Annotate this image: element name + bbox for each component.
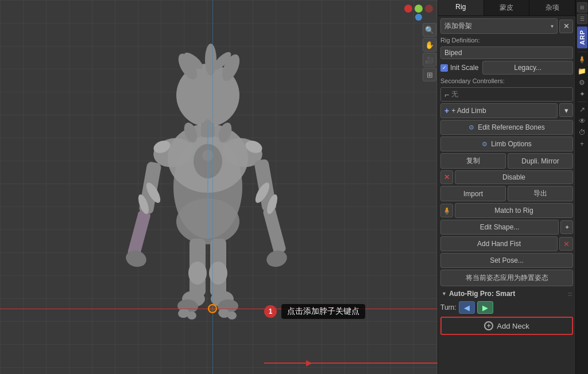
turn-right-button[interactable]: ▶ — [477, 301, 493, 314]
init-scale-label: Init Scale — [450, 64, 478, 72]
divider — [578, 52, 587, 52]
edge-icon-wand[interactable]: ✦ — [577, 89, 587, 99]
triangle-icon: ▼ — [442, 291, 447, 297]
guide-line-horizontal — [0, 309, 438, 309]
divider-2 — [578, 102, 587, 102]
add-hand-fist-button[interactable]: Add Hand Fist — [440, 236, 558, 251]
limb-options-icon: ⚙ — [482, 141, 488, 148]
rig-definition-label: Rig Definition: — [440, 36, 479, 45]
camera-tool[interactable]: 🎥 — [423, 53, 436, 67]
set-pose-button[interactable]: Set Pose... — [440, 253, 573, 268]
svg-point-34 — [187, 311, 196, 320]
secondary-controllers-label: Secondary Controllers: — [440, 76, 505, 85]
tab-rig[interactable]: Rig — [438, 0, 484, 15]
add-neck-label: Add Neck — [497, 322, 529, 330]
edit-shape-button[interactable]: Edit Shape... — [440, 220, 559, 235]
turn-row: Turn: ◀ ▶ — [440, 301, 573, 314]
add-limb-chevron[interactable]: ▾ — [559, 103, 573, 117]
svg-point-28 — [209, 262, 227, 285]
right-panel: Rig 蒙皮 杂项 添加骨架 ▾ ✕ Rig Definition: Biped… — [438, 0, 575, 374]
smart-section-label: Auto-Rig Pro: Smart — [449, 290, 515, 298]
add-hand-fist-row: Add Hand Fist ✕ — [440, 236, 573, 251]
dropdown-arrow-icon: ▾ — [551, 23, 554, 29]
gizmo-x[interactable] — [404, 5, 412, 13]
edge-icon-arrow[interactable]: ↗ — [577, 104, 587, 115]
edge-btn-1[interactable]: ⊞ — [577, 2, 587, 13]
drag-handle-icon: :: — [568, 291, 572, 297]
x-button[interactable]: ✕ — [440, 170, 453, 184]
close-armature-button[interactable]: ✕ — [559, 20, 573, 33]
add-limb-label: + Add Limb — [451, 107, 486, 115]
add-limb-button[interactable]: + + Add Limb — [440, 103, 558, 118]
arrow-indicator — [264, 363, 438, 364]
edge-icon-folder[interactable]: 📁 — [577, 66, 587, 76]
smart-section-header: ▼ Auto-Rig Pro: Smart :: — [440, 288, 573, 299]
svg-point-27 — [188, 262, 207, 285]
panel-tabs: Rig 蒙皮 杂项 — [438, 0, 575, 16]
edit-reference-bones-button[interactable]: ⚙ Edit Reference Bones — [440, 120, 573, 135]
secondary-controllers-row: Secondary Controllers: — [440, 76, 573, 85]
zoom-tool[interactable]: 🔍 — [423, 23, 436, 37]
svg-point-5 — [205, 44, 216, 76]
set-pose-label: Set Pose... — [490, 256, 524, 264]
secondary-field[interactable]: ⌐ 无 — [440, 87, 573, 102]
edge-icon-settings[interactable]: ⚙ — [577, 77, 587, 88]
import-button[interactable]: Import — [440, 186, 506, 201]
disable-button[interactable]: Disable — [455, 170, 573, 184]
tab-misc[interactable]: 杂项 — [529, 0, 575, 15]
panel-content: 添加骨架 ▾ ✕ Rig Definition: Biped ✓ Init Sc… — [438, 16, 575, 374]
edge-icon-person[interactable]: 🧍 — [577, 54, 587, 65]
apply-pose-button[interactable]: 将当前姿态应用为静置姿态 — [440, 270, 573, 286]
match-rig-person-icon[interactable]: 🧍 — [440, 204, 453, 217]
viewport-gizmo — [404, 5, 433, 21]
disable-row: ✕ Disable — [440, 170, 573, 184]
gizmo-y[interactable] — [415, 5, 423, 13]
legacy-button[interactable]: Legacy... — [482, 61, 573, 75]
secondary-value-text: 无 — [451, 89, 458, 99]
svg-point-36 — [227, 311, 237, 320]
edge-icon-eye[interactable]: 👁 — [577, 116, 587, 126]
edge-icon-plus[interactable]: + — [577, 139, 587, 149]
guide-line-vertical — [212, 0, 213, 374]
plus-icon: + — [444, 106, 449, 115]
arp-tab[interactable]: ARP — [577, 26, 587, 48]
add-armature-row: 添加骨架 ▾ ✕ — [440, 18, 573, 34]
tab-skin[interactable]: 蒙皮 — [484, 0, 530, 15]
gizmo-z[interactable] — [415, 14, 422, 21]
svg-point-19 — [265, 248, 289, 269]
dupli-mirror-button[interactable]: Dupli. Mirror — [508, 153, 573, 169]
edit-reference-bones-label: Edit Reference Bones — [478, 123, 545, 131]
init-scale-row: ✓ Init Scale Legacy... — [440, 61, 573, 75]
step-number-badge: 1 — [264, 305, 277, 318]
bracket-icon: ⌐ — [444, 90, 449, 99]
turn-left-button[interactable]: ◀ — [459, 301, 475, 314]
svg-point-18 — [124, 248, 148, 269]
edge-btn-2[interactable]: ☰ — [577, 14, 587, 24]
add-neck-button[interactable]: + Add Neck — [440, 317, 573, 335]
copy-button[interactable]: 复制 — [440, 153, 506, 169]
viewport-tools: 🔍 ✋ 🎥 ⊞ — [421, 23, 438, 81]
limb-options-button[interactable]: ⚙ Limb Options — [440, 137, 573, 151]
origin-point — [208, 304, 217, 313]
character-model — [99, 26, 317, 348]
init-scale-checkbox-row: ✓ Init Scale — [440, 64, 478, 72]
edit-shape-icon-btn[interactable]: ✦ — [560, 220, 573, 234]
edit-shape-row: Edit Shape... ✦ — [440, 220, 573, 235]
pan-tool[interactable]: ✋ — [423, 38, 436, 52]
svg-rect-17 — [262, 207, 287, 254]
edge-icon-clock[interactable]: ⏱ — [577, 127, 587, 138]
gizmo-x2[interactable] — [425, 5, 433, 13]
annotation-text: 点击添加脖子关键点 — [281, 304, 365, 319]
grid-tool[interactable]: ⊞ — [423, 68, 436, 81]
match-to-rig-row: 🧍 Match to Rig — [440, 203, 573, 218]
copy-mirror-row: 复制 Dupli. Mirror — [440, 153, 573, 169]
rig-definition-field[interactable]: Biped — [440, 46, 573, 59]
apply-pose-label: 将当前姿态应用为静置姿态 — [466, 273, 548, 283]
init-scale-checkbox[interactable]: ✓ — [440, 64, 448, 72]
viewport[interactable]: 1 点击添加脖子关键点 🔍 ✋ 🎥 ⊞ — [0, 0, 438, 374]
rig-definition-row: Rig Definition: — [440, 36, 573, 45]
export-button[interactable]: 导出 — [508, 186, 573, 201]
hand-fist-x-btn[interactable]: ✕ — [559, 237, 573, 251]
add-armature-dropdown[interactable]: 添加骨架 ▾ — [440, 18, 558, 34]
match-to-rig-button[interactable]: Match to Rig — [455, 203, 573, 218]
